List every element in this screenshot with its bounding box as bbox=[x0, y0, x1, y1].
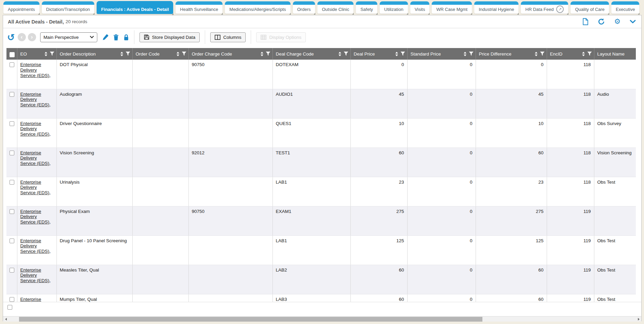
eo-link[interactable]: Enterprise Delivery Service (EDS) bbox=[20, 180, 50, 196]
column-header-encid[interactable]: EncID bbox=[547, 48, 594, 60]
row-checkbox[interactable] bbox=[10, 92, 14, 97]
sort-icon[interactable] bbox=[582, 52, 585, 56]
column-header-deal-price[interactable]: Deal Price bbox=[350, 48, 407, 60]
scrollbar-thumb[interactable] bbox=[19, 317, 482, 322]
sort-icon[interactable] bbox=[395, 52, 398, 56]
back-button[interactable]: ‹ bbox=[18, 33, 26, 41]
filter-funnel-icon[interactable] bbox=[344, 51, 348, 56]
table-row[interactable]: Enterprise Delivery Service (EDS), Measl… bbox=[6, 265, 636, 294]
tab-hr-data-feed[interactable]: HR Data Feed ↗ bbox=[521, 1, 568, 14]
filter-funnel-icon[interactable] bbox=[126, 51, 130, 56]
undo-icon[interactable]: ↺ bbox=[7, 33, 15, 42]
tab-quality-of-care[interactable]: Quality of Care bbox=[571, 1, 609, 14]
table-row[interactable]: Enterprise Delivery Service (EDS), Visio… bbox=[6, 148, 636, 177]
table-row[interactable]: Enterprise Delivery Service (EDS), DOT P… bbox=[6, 60, 636, 89]
eo-link[interactable]: Enterprise Delivery Service (EDS) bbox=[20, 150, 50, 166]
cell-price-difference: 45 bbox=[476, 89, 547, 118]
sort-icon[interactable] bbox=[338, 52, 341, 56]
cell-eo: Enterprise Delivery Service (EDS), bbox=[17, 60, 56, 89]
sort-icon[interactable] bbox=[261, 52, 263, 56]
filter-funnel-icon[interactable] bbox=[469, 51, 474, 56]
filter-funnel-icon[interactable] bbox=[50, 51, 54, 56]
row-checkbox[interactable] bbox=[10, 62, 14, 67]
row-checkbox[interactable] bbox=[10, 180, 14, 185]
filter-funnel-icon[interactable] bbox=[400, 51, 405, 56]
eo-link[interactable]: Enterprise Delivery Service (EDS) bbox=[20, 62, 50, 78]
tab-safety[interactable]: Safety bbox=[356, 1, 377, 14]
row-checkbox[interactable] bbox=[10, 209, 14, 214]
perspective-select[interactable]: Main Perspective bbox=[40, 32, 97, 42]
column-header-order-code[interactable]: Order Code bbox=[132, 48, 188, 60]
sort-icon[interactable] bbox=[120, 52, 123, 56]
sort-icon[interactable] bbox=[535, 52, 538, 56]
cell-deal-price: 60 bbox=[350, 265, 407, 294]
eo-link[interactable]: Enterprise Delivery Service (EDS) bbox=[20, 92, 50, 108]
new-document-icon[interactable] bbox=[582, 18, 589, 25]
cell-encid: 119 bbox=[547, 235, 594, 265]
tab-health-surveillance[interactable]: Health Surveillance bbox=[176, 1, 222, 14]
eo-link[interactable]: Enterprise Delivery Service (EDS) bbox=[20, 297, 50, 302]
cell-layout-name bbox=[594, 206, 636, 235]
lock-icon[interactable] bbox=[123, 34, 129, 41]
tab-industrial-hygiene[interactable]: Industrial Hygiene bbox=[474, 1, 518, 14]
tab-visits[interactable]: Visits bbox=[410, 1, 430, 14]
column-header-standard-price[interactable]: Standard Price bbox=[407, 48, 476, 60]
row-checkbox[interactable] bbox=[10, 151, 14, 155]
row-checkbox[interactable] bbox=[10, 238, 14, 243]
row-checkbox[interactable] bbox=[10, 121, 14, 126]
tab-appointments[interactable]: Appointments bbox=[3, 1, 39, 14]
delete-trash-icon[interactable] bbox=[113, 34, 119, 41]
filter-funnel-icon[interactable] bbox=[266, 51, 270, 56]
column-header-layout-name[interactable]: Layout Name bbox=[594, 48, 636, 60]
external-arrow-icon[interactable]: ↗ bbox=[556, 5, 564, 13]
cell-layout-name: Obs Test bbox=[594, 265, 636, 294]
filter-funnel-icon[interactable] bbox=[587, 51, 592, 56]
tab-outside-clinic[interactable]: Outside Clinic bbox=[317, 1, 353, 14]
eo-link[interactable]: Enterprise Delivery Service (EDS) bbox=[20, 209, 50, 225]
row-checkbox[interactable] bbox=[10, 297, 14, 302]
store-displayed-data-button[interactable]: Store Displayed Data bbox=[139, 32, 200, 42]
tab-utilization[interactable]: Utilization bbox=[380, 1, 408, 14]
table-row[interactable]: Enterprise Delivery Service (EDS), Urina… bbox=[6, 177, 636, 206]
settings-gear-icon[interactable]: ⚙ bbox=[614, 18, 621, 25]
column-header-order-description[interactable]: Order Description bbox=[56, 48, 132, 60]
table-row[interactable]: Enterprise Delivery Service (EDS), Drive… bbox=[6, 118, 636, 148]
scroll-right-arrow[interactable] bbox=[636, 317, 641, 322]
sort-icon[interactable] bbox=[464, 52, 466, 56]
scroll-left-arrow[interactable] bbox=[3, 317, 9, 322]
row-checkbox[interactable] bbox=[10, 268, 14, 273]
eo-link[interactable]: Enterprise Delivery Service (EDS) bbox=[20, 267, 50, 283]
collapse-chevron-icon[interactable] bbox=[630, 20, 636, 24]
filter-funnel-icon[interactable] bbox=[182, 51, 186, 56]
sort-icon[interactable] bbox=[45, 52, 47, 56]
column-header-eo[interactable]: EO bbox=[17, 48, 56, 60]
eo-link[interactable]: Enterprise Delivery Service (EDS) bbox=[20, 121, 50, 137]
sort-icon[interactable] bbox=[177, 52, 179, 56]
tab-orders[interactable]: Orders bbox=[293, 1, 315, 14]
tab-financials-active-deals-detail[interactable]: Financials : Active Deals - Detail bbox=[97, 1, 173, 14]
edit-pencil-icon[interactable] bbox=[102, 34, 109, 41]
table-row[interactable]: Enterprise Delivery Service (EDS), Drug … bbox=[6, 235, 636, 265]
table-row[interactable]: Enterprise Delivery Service (EDS), Mumps… bbox=[6, 294, 636, 302]
eo-link[interactable]: Enterprise Delivery Service (EDS) bbox=[20, 238, 50, 254]
column-header-deal-charge-code[interactable]: Deal Charge Code bbox=[273, 48, 350, 60]
table-row[interactable]: Enterprise Delivery Service (EDS), Physi… bbox=[6, 206, 636, 235]
table-row[interactable]: Enterprise Delivery Service (EDS), Audio… bbox=[6, 89, 636, 118]
column-header-price-difference[interactable]: Price Difference bbox=[476, 48, 547, 60]
tab-medications-allergies-scripts[interactable]: Medications/Allergies/Scripts bbox=[225, 1, 290, 14]
row-checkbox[interactable] bbox=[7, 305, 12, 310]
select-all-checkbox[interactable] bbox=[10, 52, 15, 57]
cell-order-charge-code bbox=[188, 89, 273, 118]
column-header-order-charge-code[interactable]: Order Charge Code bbox=[188, 48, 273, 60]
filter-funnel-icon[interactable] bbox=[540, 51, 545, 56]
forward-button[interactable]: › bbox=[28, 33, 36, 41]
cell-standard-price: 0 bbox=[407, 235, 476, 265]
tab-wr-case-mgmt[interactable]: WR Case Mgmt bbox=[432, 1, 472, 14]
cell-order-charge-code: 90750 bbox=[188, 60, 273, 89]
columns-button[interactable]: Columns bbox=[210, 32, 246, 42]
refresh-icon[interactable] bbox=[598, 18, 605, 25]
tab-dictation-transcription[interactable]: Dictation/Transcription bbox=[42, 1, 95, 14]
horizontal-scrollbar[interactable] bbox=[3, 316, 641, 322]
tab-executive[interactable]: Executive bbox=[611, 1, 639, 14]
cell-order-code bbox=[132, 206, 188, 235]
